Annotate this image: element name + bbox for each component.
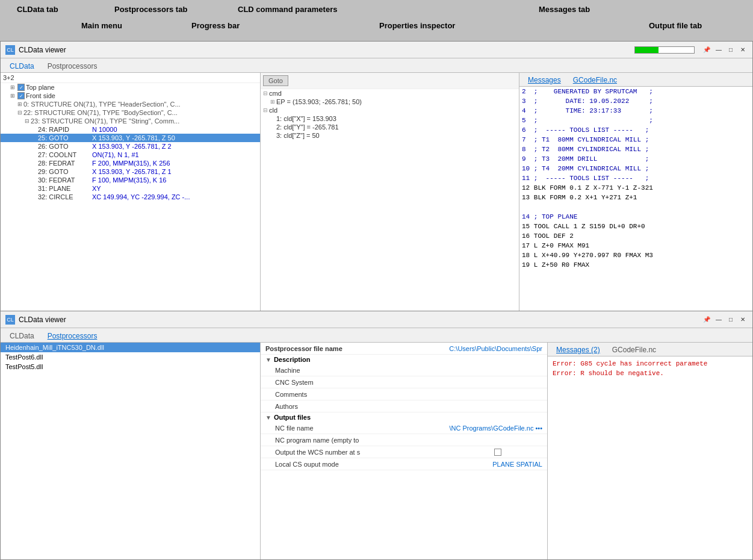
item-cmd-32: 32: CIRCLE xyxy=(38,193,92,201)
cld-key-x: 1: cld["X"] = 153.903 xyxy=(276,115,336,122)
cld-toolbar: Goto xyxy=(261,73,519,89)
bottom-messages-section: Messages (2) GCodeFile.nc Error: G85 cyc… xyxy=(548,343,752,559)
tab-gcodefile-bottom[interactable]: GCodeFile.nc xyxy=(606,344,662,356)
progress-bar-fill xyxy=(635,47,658,53)
expand-0[interactable]: ⊞ xyxy=(17,101,23,107)
expand-22[interactable]: ⊟ xyxy=(17,110,23,116)
msg-line-16: 16 TOOL DEF 2 xyxy=(519,231,752,241)
cld-item-ep: ⊞ EP = (153.903; -265.781; 50) xyxy=(261,98,519,106)
prop-ncfilename: NC file name \NC Programs\GCodeFile.nc •… xyxy=(261,422,547,434)
tree-item-32[interactable]: ⊟ 32: CIRCLE XC 149.994, YC -229.994, ZC… xyxy=(1,193,260,201)
bottom-titlebar: CL CLData viewer 📌 — □ ✕ xyxy=(1,311,752,328)
tab-cldata[interactable]: CLData xyxy=(3,60,41,72)
prop-localcs: Local CS ouput mode PLANE SPATIAL xyxy=(261,458,547,470)
top-msg-tab-bar: Messages GCodeFile.nc xyxy=(519,73,752,87)
item-cmd-29: 29: GOTO xyxy=(38,168,92,175)
item-text-22: 22: STRUCTURE ON(71), TYPE "BodySection"… xyxy=(23,109,178,116)
bottom-maximize-button[interactable]: □ xyxy=(726,315,736,325)
checkbox-frontside[interactable]: ✓ xyxy=(17,92,25,99)
expand-icon-2[interactable]: ⊞ xyxy=(10,93,16,99)
msg-line-12: 12 BLK FORM 0.1 Z X-771 Y-1 Z-321 xyxy=(519,183,752,193)
error-line-1: Error: G85 cycle has incorrect paramete xyxy=(550,359,750,369)
bottom-tab-postprocessors[interactable]: Postprocessors xyxy=(41,329,104,342)
postprocessor-item-test5[interactable]: TestPost5.dll xyxy=(1,362,260,372)
prop-wcs-value[interactable] xyxy=(494,448,542,456)
ann-properties: Properties inspector xyxy=(379,21,455,30)
postprocessor-item-test6[interactable]: TestPost6.dll xyxy=(1,352,260,362)
prop-authors: Authors xyxy=(261,400,547,412)
prop-comments-label: Comments xyxy=(275,391,494,398)
top-window-title: CLData viewer xyxy=(19,46,627,54)
msg-line-14: 14 ; TOP PLANE xyxy=(519,212,752,222)
postprocessors-list-panel: Heidenhain_Mill_iTNC530_DN.dll TestPost6… xyxy=(1,343,261,559)
tab-messages-top[interactable]: Messages xyxy=(522,74,567,86)
tree-item-30[interactable]: ⊟ 30: FEDRAT F 100, MMPM(315), K 16 xyxy=(1,176,260,184)
cld-key-z: 3: cld["Z"] = 50 xyxy=(276,132,320,139)
bottom-tab-bar: CLData Postprocessors xyxy=(1,328,752,343)
bottom-tab-cldata[interactable]: CLData xyxy=(3,329,41,342)
prop-ncfilename-value[interactable]: \NC Programs\GCodeFile.nc ••• xyxy=(449,425,542,432)
bottom-window: CL CLData viewer 📌 — □ ✕ CLData Postproc… xyxy=(0,311,753,560)
cld-expand-cld[interactable]: ⊟ xyxy=(263,107,269,113)
tree-item-24[interactable]: ⊟ 24: RAPID N 10000 xyxy=(1,125,260,134)
close-button[interactable]: ✕ xyxy=(738,45,748,55)
minimize-button[interactable]: — xyxy=(714,45,724,55)
tree-item-22[interactable]: ⊟ 22: STRUCTURE ON(71), TYPE "BodySectio… xyxy=(1,108,260,117)
prop-wcs-label: Output the WCS number at s xyxy=(275,449,494,456)
cld-key-cld: cld xyxy=(269,107,277,114)
item-val-30: F 100, MMPM(315), K 16 xyxy=(92,176,167,184)
tab-gcodefile-top[interactable]: GCodeFile.nc xyxy=(567,74,623,86)
cld-item-x: ⊟ 1: cld["X"] = 153.903 xyxy=(261,114,519,123)
checkbox-topplane[interactable]: ✓ xyxy=(17,84,25,91)
tree-item-27[interactable]: ⊟ 27: COOLNT ON(71), N 1, #1 xyxy=(1,151,260,159)
expand-23[interactable]: ⊟ xyxy=(25,118,31,124)
tree-item-frontside[interactable]: ⊞ ✓ Front side xyxy=(1,92,260,100)
expand-icon[interactable]: ⊞ xyxy=(10,84,16,90)
msg-line-15: 15 TOOL CALL 1 Z S159 DL+0 DR+0 xyxy=(519,222,752,231)
top-titlebar: CL CLData viewer 📌 — □ ✕ xyxy=(1,42,752,58)
cld-item-y: ⊟ 2: cld["Y"] = -265.781 xyxy=(261,123,519,131)
top-tab-bar: CLData Postprocessors xyxy=(1,58,752,73)
bottom-close-button[interactable]: ✕ xyxy=(738,315,748,325)
cld-expand-cmd[interactable]: ⊟ xyxy=(263,90,269,96)
tab-messages-bottom[interactable]: Messages (2) xyxy=(550,344,606,356)
tab-postprocessors[interactable]: Postprocessors xyxy=(41,60,104,72)
bottom-pin-button[interactable]: 📌 xyxy=(702,315,711,325)
msg-line-4: 4 ; TIME: 23:17:33 ; xyxy=(519,106,752,116)
properties-inspector-panel: Postprocessor file name C:\Users\Public\… xyxy=(261,343,548,559)
tree-item-23[interactable]: ⊟ 23: STRUCTURE ON(71), TYPE "String", C… xyxy=(1,117,260,125)
postprocessor-filename-row: Postprocessor file name C:\Users\Public\… xyxy=(261,343,547,355)
prop-authors-label: Authors xyxy=(275,403,494,410)
item-cmd-24: 24: RAPID xyxy=(38,126,92,133)
wcs-checkbox[interactable] xyxy=(494,449,501,456)
tree-item-31[interactable]: ⊟ 31: PLANE XY xyxy=(1,184,260,193)
tree-item-0[interactable]: ⊞ 0: STRUCTURE ON(71), TYPE "HeaderSecti… xyxy=(1,100,260,108)
prop-machine: Machine xyxy=(261,364,547,376)
cld-expand-ep[interactable]: ⊞ xyxy=(270,99,276,105)
prop-localcs-label: Local CS ouput mode xyxy=(275,461,492,468)
msg-line-10: 10 ; T4 20MM CYLINDRICAL MILL ; xyxy=(519,164,752,173)
tree-item-25[interactable]: ⊟ 25: GOTO X 153.903, Y -265.781, Z 50 xyxy=(1,134,260,142)
ann-main-menu: Main menu xyxy=(81,21,122,30)
section-description[interactable]: ▼ Description xyxy=(261,355,547,364)
cldata-tree-panel: 3+2 ⊞ ✓ Top plane ⊞ ✓ Front side ⊞ 0: ST… xyxy=(1,73,261,341)
section-outputfiles[interactable]: ▼ Output files xyxy=(261,412,547,422)
maximize-button[interactable]: □ xyxy=(726,45,736,55)
cld-key-ep: EP = (153.903; -265.781; 50) xyxy=(276,98,362,105)
pin-button[interactable]: 📌 xyxy=(702,45,711,55)
expand-outputfiles-icon: ▼ xyxy=(265,414,271,421)
bottom-minimize-button[interactable]: — xyxy=(714,315,724,325)
postprocessor-item-heidenhain[interactable]: Heidenhain_Mill_iTNC530_DN.dll xyxy=(1,343,260,352)
msg-line-8: 8 ; T2 80MM CYLINDRICAL MILL ; xyxy=(519,145,752,154)
top-window-content: 3+2 ⊞ ✓ Top plane ⊞ ✓ Front side ⊞ 0: ST… xyxy=(1,73,752,341)
ann-output-file-tab: Output file tab xyxy=(649,21,702,30)
item-cmd-30: 30: FEDRAT xyxy=(38,176,92,184)
msg-line-13: 13 BLK FORM 0.2 X+1 Y+271 Z+1 xyxy=(519,193,752,202)
ann-postprocessors-tab: Postprocessors tab xyxy=(114,5,187,14)
tree-item-topplane[interactable]: ⊞ ✓ Top plane xyxy=(1,83,260,92)
goto-button[interactable]: Goto xyxy=(263,75,288,86)
tree-header: 3+2 xyxy=(1,73,260,83)
tree-item-29[interactable]: ⊟ 29: GOTO X 153.903, Y -265.781, Z 1 xyxy=(1,167,260,176)
tree-item-26[interactable]: ⊟ 26: GOTO X 153.903, Y -265.781, Z 2 xyxy=(1,142,260,151)
tree-item-28[interactable]: ⊟ 28: FEDRAT F 200, MMPM(315), K 256 xyxy=(1,159,260,167)
